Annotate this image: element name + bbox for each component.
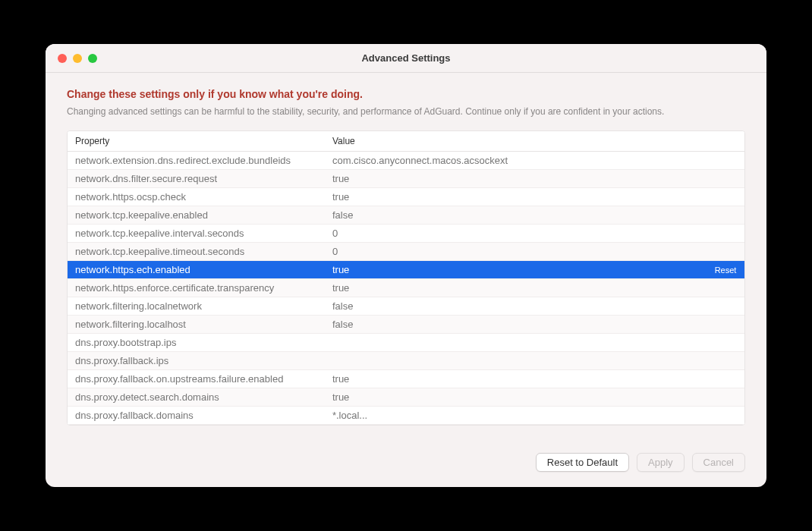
reset-cell: Reset — [707, 279, 744, 297]
value-cell[interactable]: com.cisco.anyconnect.macos.acsockext — [325, 152, 707, 170]
maximize-icon[interactable] — [88, 54, 97, 63]
reset-cell: Reset — [707, 334, 744, 352]
value-cell[interactable]: true — [325, 170, 707, 188]
value-cell[interactable]: true — [325, 188, 707, 206]
close-icon[interactable] — [58, 54, 67, 63]
window-title: Advanced Settings — [46, 52, 766, 64]
reset-cell: Reset — [707, 188, 744, 206]
table-row[interactable]: network.https.ech.enabledtrueReset — [68, 261, 744, 279]
value-cell[interactable]: false — [325, 316, 707, 334]
table-row[interactable]: network.https.enforce.certificate.transp… — [68, 279, 744, 297]
property-cell: network.filtering.localhost — [68, 316, 325, 334]
table-row[interactable]: network.tcp.keepalive.interval.seconds0R… — [68, 225, 744, 243]
property-cell: network.extension.dns.redirect.exclude.b… — [68, 152, 325, 170]
settings-table: Property Value network.extension.dns.red… — [68, 131, 744, 425]
property-cell: dns.proxy.bootstrap.ips — [68, 334, 325, 352]
table-row[interactable]: network.tcp.keepalive.timeout.seconds0Re… — [68, 243, 744, 261]
column-header-value[interactable]: Value — [325, 131, 707, 152]
minimize-icon[interactable] — [73, 54, 82, 63]
table-row[interactable]: network.https.ocsp.checktrueReset — [68, 188, 744, 206]
value-cell[interactable]: true — [325, 370, 707, 388]
value-cell[interactable]: false — [325, 206, 707, 225]
column-header-property[interactable]: Property — [68, 131, 325, 152]
table-row[interactable]: dns.proxy.detect.search.domainstrueReset — [68, 388, 744, 407]
value-cell[interactable]: false — [325, 297, 707, 316]
column-header-reset — [707, 131, 744, 152]
table-header-row: Property Value — [68, 131, 744, 152]
table-row[interactable]: network.filtering.localnetworkfalseReset — [68, 297, 744, 316]
reset-cell: Reset — [707, 206, 744, 225]
value-cell[interactable]: *.local... — [325, 407, 707, 425]
reset-cell: Reset — [707, 316, 744, 334]
table-row[interactable]: dns.proxy.fallback.ipsReset — [68, 352, 744, 370]
reset-cell: Reset — [707, 225, 744, 243]
property-cell: dns.proxy.fallback.on.upstreams.failure.… — [68, 370, 325, 388]
table-row[interactable]: network.extension.dns.redirect.exclude.b… — [68, 152, 744, 170]
value-cell[interactable]: true — [325, 261, 707, 279]
table-row[interactable]: dns.proxy.fallback.on.upstreams.failure.… — [68, 370, 744, 388]
table-row[interactable]: dns.proxy.fallback.domains*.local...Rese… — [68, 407, 744, 425]
reset-cell: Reset — [707, 388, 744, 407]
property-cell: network.https.enforce.certificate.transp… — [68, 279, 325, 297]
reset-cell[interactable]: Reset — [707, 261, 744, 279]
content-area: Change these settings only if you know w… — [46, 73, 766, 441]
table-row[interactable]: network.dns.filter.secure.requesttrueRes… — [68, 170, 744, 188]
value-cell[interactable]: true — [325, 388, 707, 407]
value-cell[interactable] — [325, 352, 707, 370]
value-cell[interactable]: true — [325, 279, 707, 297]
reset-to-default-button[interactable]: Reset to Default — [536, 453, 629, 472]
property-cell: network.https.ech.enabled — [68, 261, 325, 279]
table-row[interactable]: network.tcp.keepalive.enabledfalseReset — [68, 206, 744, 225]
apply-button: Apply — [637, 453, 685, 472]
property-cell: network.dns.filter.secure.request — [68, 170, 325, 188]
property-cell: network.https.ocsp.check — [68, 188, 325, 206]
table-row[interactable]: dns.proxy.bootstrap.ipsReset — [68, 334, 744, 352]
property-cell: dns.proxy.detect.search.domains — [68, 388, 325, 407]
property-cell: network.tcp.keepalive.enabled — [68, 206, 325, 225]
property-cell: network.filtering.localnetwork — [68, 297, 325, 316]
footer: Reset to Default Apply Cancel — [46, 441, 766, 487]
settings-table-wrap: Property Value network.extension.dns.red… — [67, 130, 745, 426]
warning-subtext: Changing advanced settings can be harmfu… — [67, 106, 745, 117]
reset-cell: Reset — [707, 170, 744, 188]
reset-cell: Reset — [707, 152, 744, 170]
property-cell: dns.proxy.fallback.domains — [68, 407, 325, 425]
table-body: network.extension.dns.redirect.exclude.b… — [68, 152, 744, 425]
reset-cell: Reset — [707, 243, 744, 261]
titlebar: Advanced Settings — [46, 44, 766, 73]
property-cell: network.tcp.keepalive.interval.seconds — [68, 225, 325, 243]
warning-heading: Change these settings only if you know w… — [67, 88, 745, 100]
table-row[interactable]: network.filtering.localhostfalseReset — [68, 316, 744, 334]
cancel-button: Cancel — [692, 453, 745, 472]
value-cell[interactable]: 0 — [325, 225, 707, 243]
reset-cell: Reset — [707, 352, 744, 370]
reset-cell: Reset — [707, 407, 744, 425]
value-cell[interactable]: 0 — [325, 243, 707, 261]
traffic-lights — [46, 54, 97, 63]
reset-cell: Reset — [707, 370, 744, 388]
settings-window: Advanced Settings Change these settings … — [46, 44, 766, 487]
property-cell: dns.proxy.fallback.ips — [68, 352, 325, 370]
reset-row-button[interactable]: Reset — [715, 266, 737, 275]
reset-cell: Reset — [707, 297, 744, 316]
property-cell: network.tcp.keepalive.timeout.seconds — [68, 243, 325, 261]
value-cell[interactable] — [325, 334, 707, 352]
